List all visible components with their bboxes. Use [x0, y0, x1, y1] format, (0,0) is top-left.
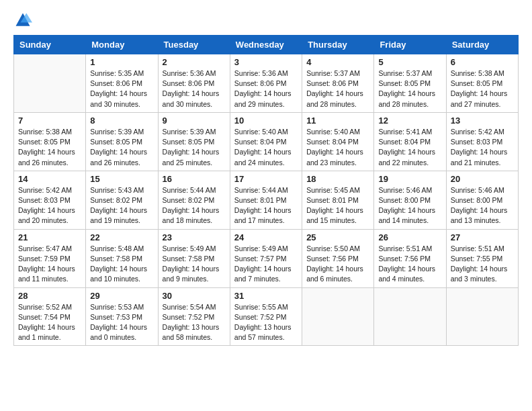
day-info: Sunrise: 5:42 AM Sunset: 8:03 PM Dayligh… — [451, 127, 514, 168]
day-info: Sunrise: 5:40 AM Sunset: 8:04 PM Dayligh… — [234, 127, 298, 168]
calendar-cell: 16Sunrise: 5:44 AM Sunset: 8:02 PM Dayli… — [158, 171, 230, 229]
calendar-cell — [374, 287, 446, 346]
day-number: 23 — [163, 232, 226, 242]
calendar-cell: 17Sunrise: 5:44 AM Sunset: 8:01 PM Dayli… — [230, 171, 302, 229]
day-info: Sunrise: 5:38 AM Sunset: 8:05 PM Dayligh… — [451, 68, 514, 109]
day-number: 2 — [163, 57, 226, 67]
calendar-cell: 4Sunrise: 5:37 AM Sunset: 8:06 PM Daylig… — [302, 54, 374, 113]
day-number: 13 — [451, 116, 514, 126]
calendar-cell: 21Sunrise: 5:47 AM Sunset: 7:59 PM Dayli… — [14, 229, 86, 287]
day-info: Sunrise: 5:51 AM Sunset: 7:56 PM Dayligh… — [378, 244, 441, 285]
calendar-cell: 2Sunrise: 5:36 AM Sunset: 8:06 PM Daylig… — [158, 54, 230, 113]
calendar-cell: 19Sunrise: 5:46 AM Sunset: 8:00 PM Dayli… — [374, 171, 446, 229]
day-number: 9 — [163, 116, 226, 126]
day-info: Sunrise: 5:35 AM Sunset: 8:06 PM Dayligh… — [90, 68, 153, 109]
calendar-cell: 1Sunrise: 5:35 AM Sunset: 8:06 PM Daylig… — [86, 54, 158, 113]
calendar-week-row: 14Sunrise: 5:42 AM Sunset: 8:03 PM Dayli… — [14, 171, 519, 229]
calendar-cell: 10Sunrise: 5:40 AM Sunset: 8:04 PM Dayli… — [230, 112, 302, 171]
day-info: Sunrise: 5:46 AM Sunset: 8:00 PM Dayligh… — [451, 185, 514, 226]
day-info: Sunrise: 5:36 AM Sunset: 8:06 PM Dayligh… — [163, 68, 226, 109]
day-info: Sunrise: 5:52 AM Sunset: 7:54 PM Dayligh… — [18, 302, 81, 343]
day-info: Sunrise: 5:44 AM Sunset: 8:01 PM Dayligh… — [234, 185, 298, 226]
calendar-cell — [14, 54, 86, 113]
calendar-cell: 9Sunrise: 5:39 AM Sunset: 8:05 PM Daylig… — [158, 112, 230, 171]
calendar-cell: 31Sunrise: 5:55 AM Sunset: 7:52 PM Dayli… — [230, 287, 302, 346]
calendar-cell: 20Sunrise: 5:46 AM Sunset: 8:00 PM Dayli… — [446, 171, 518, 229]
day-info: Sunrise: 5:42 AM Sunset: 8:03 PM Dayligh… — [18, 185, 81, 226]
calendar-cell: 14Sunrise: 5:42 AM Sunset: 8:03 PM Dayli… — [14, 171, 86, 229]
header-cell-sunday: Sunday — [14, 36, 86, 54]
calendar-cell: 30Sunrise: 5:54 AM Sunset: 7:52 PM Dayli… — [158, 287, 230, 346]
day-number: 18 — [306, 174, 369, 184]
header-cell-tuesday: Tuesday — [158, 36, 230, 54]
calendar-cell — [446, 287, 518, 346]
day-number: 24 — [234, 232, 298, 242]
day-number: 29 — [90, 291, 153, 301]
calendar-cell: 29Sunrise: 5:53 AM Sunset: 7:53 PM Dayli… — [86, 287, 158, 346]
day-number: 26 — [378, 232, 441, 242]
logo — [13, 11, 35, 30]
calendar-week-row: 21Sunrise: 5:47 AM Sunset: 7:59 PM Dayli… — [14, 229, 519, 287]
header-cell-wednesday: Wednesday — [230, 36, 302, 54]
day-number: 22 — [90, 232, 153, 242]
day-info: Sunrise: 5:45 AM Sunset: 8:01 PM Dayligh… — [306, 185, 369, 226]
day-info: Sunrise: 5:50 AM Sunset: 7:56 PM Dayligh… — [306, 244, 369, 285]
day-number: 20 — [451, 174, 514, 184]
calendar-cell: 11Sunrise: 5:40 AM Sunset: 8:04 PM Dayli… — [302, 112, 374, 171]
day-info: Sunrise: 5:46 AM Sunset: 8:00 PM Dayligh… — [378, 185, 441, 226]
day-info: Sunrise: 5:41 AM Sunset: 8:04 PM Dayligh… — [378, 127, 441, 168]
header-cell-friday: Friday — [374, 36, 446, 54]
day-info: Sunrise: 5:38 AM Sunset: 8:05 PM Dayligh… — [18, 127, 81, 168]
calendar-cell — [302, 287, 374, 346]
day-number: 15 — [90, 174, 153, 184]
day-number: 14 — [18, 174, 81, 184]
day-number: 31 — [234, 291, 298, 301]
day-info: Sunrise: 5:40 AM Sunset: 8:04 PM Dayligh… — [306, 127, 369, 168]
day-info: Sunrise: 5:39 AM Sunset: 8:05 PM Dayligh… — [90, 127, 153, 168]
day-info: Sunrise: 5:36 AM Sunset: 8:06 PM Dayligh… — [234, 68, 298, 109]
calendar-cell: 22Sunrise: 5:48 AM Sunset: 7:58 PM Dayli… — [86, 229, 158, 287]
day-number: 30 — [163, 291, 226, 301]
calendar-cell: 7Sunrise: 5:38 AM Sunset: 8:05 PM Daylig… — [14, 112, 86, 171]
day-info: Sunrise: 5:43 AM Sunset: 8:02 PM Dayligh… — [90, 185, 153, 226]
calendar-cell: 25Sunrise: 5:50 AM Sunset: 7:56 PM Dayli… — [302, 229, 374, 287]
day-number: 28 — [18, 291, 81, 301]
calendar-cell: 23Sunrise: 5:49 AM Sunset: 7:58 PM Dayli… — [158, 229, 230, 287]
calendar-cell: 24Sunrise: 5:49 AM Sunset: 7:57 PM Dayli… — [230, 229, 302, 287]
calendar-cell: 28Sunrise: 5:52 AM Sunset: 7:54 PM Dayli… — [14, 287, 86, 346]
day-number: 6 — [451, 57, 514, 67]
calendar-cell: 5Sunrise: 5:37 AM Sunset: 8:05 PM Daylig… — [374, 54, 446, 113]
day-number: 19 — [378, 174, 441, 184]
calendar-week-row: 7Sunrise: 5:38 AM Sunset: 8:05 PM Daylig… — [14, 112, 519, 171]
calendar-cell: 13Sunrise: 5:42 AM Sunset: 8:03 PM Dayli… — [446, 112, 518, 171]
calendar-cell: 26Sunrise: 5:51 AM Sunset: 7:56 PM Dayli… — [374, 229, 446, 287]
logo-icon — [13, 11, 32, 30]
day-info: Sunrise: 5:39 AM Sunset: 8:05 PM Dayligh… — [163, 127, 226, 168]
day-number: 21 — [18, 232, 81, 242]
day-info: Sunrise: 5:44 AM Sunset: 8:02 PM Dayligh… — [163, 185, 226, 226]
day-info: Sunrise: 5:37 AM Sunset: 8:05 PM Dayligh… — [378, 68, 441, 109]
header-cell-monday: Monday — [86, 36, 158, 54]
day-number: 5 — [378, 57, 441, 67]
calendar-table: SundayMondayTuesdayWednesdayThursdayFrid… — [13, 35, 519, 346]
header-cell-saturday: Saturday — [446, 36, 518, 54]
header — [13, 11, 519, 30]
day-info: Sunrise: 5:49 AM Sunset: 7:58 PM Dayligh… — [163, 244, 226, 285]
day-info: Sunrise: 5:54 AM Sunset: 7:52 PM Dayligh… — [163, 302, 226, 343]
day-number: 3 — [234, 57, 298, 67]
calendar-cell: 18Sunrise: 5:45 AM Sunset: 8:01 PM Dayli… — [302, 171, 374, 229]
day-number: 10 — [234, 116, 298, 126]
day-number: 4 — [306, 57, 369, 67]
day-info: Sunrise: 5:47 AM Sunset: 7:59 PM Dayligh… — [18, 244, 81, 285]
day-info: Sunrise: 5:49 AM Sunset: 7:57 PM Dayligh… — [234, 244, 298, 285]
calendar-cell: 8Sunrise: 5:39 AM Sunset: 8:05 PM Daylig… — [86, 112, 158, 171]
day-info: Sunrise: 5:48 AM Sunset: 7:58 PM Dayligh… — [90, 244, 153, 285]
calendar-week-row: 28Sunrise: 5:52 AM Sunset: 7:54 PM Dayli… — [14, 287, 519, 346]
day-number: 7 — [18, 116, 81, 126]
day-info: Sunrise: 5:55 AM Sunset: 7:52 PM Dayligh… — [234, 302, 298, 343]
header-cell-thursday: Thursday — [302, 36, 374, 54]
calendar-cell: 12Sunrise: 5:41 AM Sunset: 8:04 PM Dayli… — [374, 112, 446, 171]
calendar-week-row: 1Sunrise: 5:35 AM Sunset: 8:06 PM Daylig… — [14, 54, 519, 113]
calendar-cell: 15Sunrise: 5:43 AM Sunset: 8:02 PM Dayli… — [86, 171, 158, 229]
calendar-cell: 6Sunrise: 5:38 AM Sunset: 8:05 PM Daylig… — [446, 54, 518, 113]
